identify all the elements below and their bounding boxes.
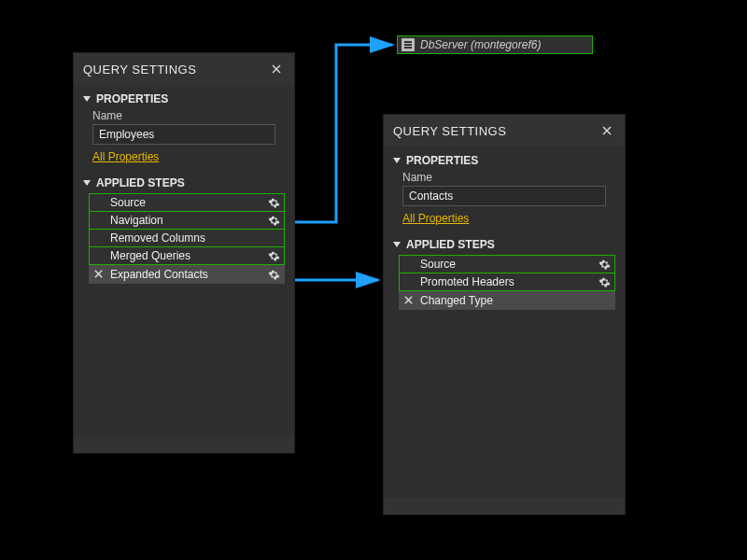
applied-step[interactable]: Promoted Headers: [399, 273, 615, 291]
panel-title-bar: QUERY SETTINGS: [74, 53, 294, 85]
gear-icon[interactable]: [268, 197, 280, 212]
panel-title-bar: QUERY SETTINGS: [384, 115, 625, 147]
gear-icon[interactable]: [599, 259, 611, 273]
applied-steps-header[interactable]: APPLIED STEPS: [83, 176, 285, 189]
step-label: Source: [420, 258, 456, 271]
step-label: Changed Type: [420, 294, 493, 307]
name-label: Name: [402, 171, 615, 184]
svg-rect-2: [404, 47, 412, 49]
close-icon[interactable]: [599, 122, 615, 139]
name-input[interactable]: [92, 124, 275, 145]
applied-step[interactable]: Source: [399, 255, 615, 273]
applied-step[interactable]: Expanded Contacts: [89, 265, 285, 284]
step-label: Source: [110, 196, 146, 209]
step-label: Navigation: [110, 214, 163, 227]
applied-step[interactable]: Merged Queries: [89, 246, 285, 265]
gear-icon[interactable]: [268, 215, 280, 230]
panel-title: QUERY SETTINGS: [393, 124, 506, 138]
applied-steps-list: SourceNavigationRemoved ColumnsMerged Qu…: [89, 193, 285, 427]
properties-header[interactable]: PROPERTIES: [393, 154, 615, 167]
svg-rect-1: [404, 44, 412, 46]
gear-icon[interactable]: [268, 250, 280, 265]
name-label: Name: [92, 109, 285, 122]
applied-step[interactable]: Source: [89, 193, 285, 212]
delete-step-icon[interactable]: [403, 295, 414, 308]
applied-steps-header[interactable]: APPLIED STEPS: [393, 238, 615, 251]
dbserver-label: DbServer (montegoref6): [420, 38, 541, 51]
query-settings-panel-right: QUERY SETTINGS PROPERTIES Name All Prope…: [383, 114, 626, 515]
chevron-down-icon: [83, 96, 91, 102]
step-label: Expanded Contacts: [110, 268, 208, 281]
gear-icon[interactable]: [599, 276, 611, 291]
chevron-down-icon: [393, 158, 401, 163]
properties-header[interactable]: PROPERTIES: [83, 92, 285, 105]
applied-steps-list: SourcePromoted HeadersChanged Type: [399, 255, 615, 488]
applied-step[interactable]: Navigation: [89, 211, 285, 230]
all-properties-link[interactable]: All Properties: [92, 150, 159, 163]
applied-step[interactable]: Removed Columns: [89, 229, 285, 247]
panel-title: QUERY SETTINGS: [83, 63, 196, 77]
step-label: Merged Queries: [110, 249, 190, 262]
dbserver-node[interactable]: DbServer (montegoref6): [397, 35, 593, 54]
chevron-down-icon: [393, 242, 401, 247]
step-label: Removed Columns: [110, 231, 205, 245]
chevron-down-icon: [83, 180, 91, 186]
query-settings-panel-left: QUERY SETTINGS PROPERTIES Name All Prope…: [73, 52, 295, 454]
name-input[interactable]: [402, 186, 606, 206]
delete-step-icon[interactable]: [93, 269, 104, 282]
step-label: Promoted Headers: [420, 275, 514, 288]
svg-rect-0: [404, 41, 412, 43]
gear-icon[interactable]: [268, 269, 280, 284]
applied-step[interactable]: Changed Type: [399, 291, 615, 310]
database-icon: [402, 38, 415, 51]
close-icon[interactable]: [268, 61, 285, 77]
all-properties-link[interactable]: All Properties: [402, 212, 469, 225]
